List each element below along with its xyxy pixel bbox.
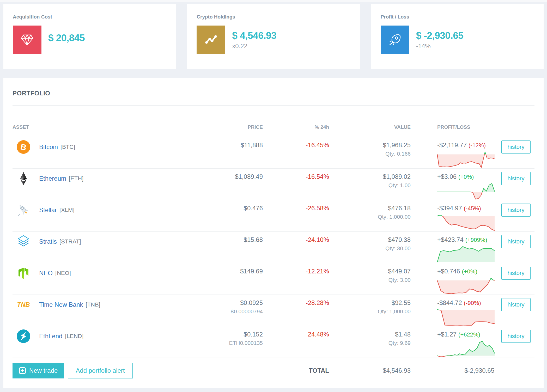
asset-quantity: Qty: 1,000.00 (329, 214, 411, 220)
card-subvalue: -14% (416, 42, 464, 50)
table-row: Stellar [XLM] $0.476 -26.58% $476.18 Qty… (13, 200, 534, 232)
profit-sparkline (437, 214, 495, 231)
summary-card: Crypto Holdings $ 4,546.93 x0.22 (187, 4, 360, 69)
profit-sparkline (437, 309, 495, 326)
asset-icon (17, 172, 30, 185)
new-trade-button[interactable]: + New trade (13, 363, 64, 378)
asset-value: $449.07 (329, 268, 411, 275)
asset-icon (17, 203, 30, 217)
portfolio-title: PORTFOLIO (13, 78, 534, 97)
asset-name-link[interactable]: Time New Bank (39, 301, 83, 308)
card-icon-tile (381, 26, 409, 54)
asset-value: $476.18 (329, 205, 411, 212)
asset-price-secondary (169, 245, 263, 248)
asset-price-secondary: ETH0.000135 (169, 340, 263, 346)
asset-profit-pct: (-45%) (464, 205, 481, 212)
column-header-pct24h: % 24h (263, 124, 329, 130)
asset-icon (17, 329, 30, 343)
add-portfolio-alert-button[interactable]: Add portfolio alert (68, 363, 132, 378)
top-strip (0, 0, 547, 2)
asset-price-secondary: ฿0.00000794 (169, 308, 263, 315)
asset-symbol: [TNB] (86, 301, 100, 308)
table-footer: + New trade Add portfolio alert TOTAL $4… (13, 358, 534, 383)
asset-price: $1,089.49 (169, 173, 263, 180)
tnb-icon: TNB (17, 298, 30, 311)
asset-profit: +$0.746 (437, 268, 460, 275)
asset-value: $1,968.25 (329, 142, 411, 149)
asset-profit-pct: (+0%) (458, 174, 474, 180)
asset-quantity: Qty: 1.00 (329, 182, 411, 188)
bitcoin-icon: B (17, 140, 30, 154)
table-row: EthLend [LEND] $0.152 ETH0.000135 -24.48… (13, 326, 534, 358)
asset-change-24h: -24.48% (263, 326, 329, 338)
total-profit: $-2,930.65 (411, 367, 498, 374)
history-button[interactable]: history (501, 172, 531, 185)
asset-profit: -$844.72 (437, 299, 462, 306)
asset-name-link[interactable]: Stellar (39, 206, 57, 214)
profit-sparkline (437, 277, 495, 295)
asset-change-24h: -16.45% (263, 137, 329, 149)
asset-icon (17, 235, 30, 248)
asset-symbol: [NEO] (55, 270, 71, 277)
trend-icon (204, 33, 218, 47)
history-button[interactable]: history (501, 140, 531, 154)
card-value: $ 20,845 (48, 33, 85, 44)
asset-change-24h: -24.10% (263, 232, 329, 243)
asset-price: $15.68 (169, 236, 263, 243)
profit-sparkline (437, 340, 495, 358)
history-button[interactable]: history (501, 267, 531, 280)
asset-profit: -$394.97 (437, 205, 462, 212)
asset-symbol: [ETH] (69, 175, 83, 182)
history-button[interactable]: history (501, 204, 531, 217)
asset-price-secondary (169, 182, 263, 185)
asset-quantity: Qty: 9.69 (329, 340, 411, 346)
table-row: Stratis [STRAT] $15.68 -24.10% $470.38 Q… (13, 232, 534, 263)
asset-profit: +$3.06 (437, 173, 457, 180)
asset-icon: B (17, 140, 30, 154)
asset-name-link[interactable]: Bitcoin (39, 143, 58, 151)
stratis-icon (17, 235, 30, 248)
card-subvalue: x0.22 (232, 42, 276, 50)
history-button[interactable]: history (501, 235, 531, 248)
history-button[interactable]: history (501, 330, 531, 343)
asset-price: $0.0925 (169, 299, 263, 307)
ethereum-icon (17, 172, 30, 185)
table-header: ASSET PRICE % 24h VALUE PROFIT/LOSS (13, 106, 534, 137)
profit-sparkline (437, 151, 495, 168)
asset-symbol: [STRAT] (59, 238, 81, 245)
card-subvalue (48, 45, 85, 47)
asset-icon (17, 266, 30, 280)
asset-profit: +$423.74 (437, 236, 464, 243)
card-icon-tile (197, 26, 225, 54)
asset-price-secondary (169, 151, 263, 153)
card-icon-tile (13, 26, 41, 54)
summary-cards: Acquisition Cost $ 20,845 Crypto Holding… (0, 2, 547, 69)
stellar-icon (17, 203, 30, 217)
asset-quantity: Qty: 30.00 (329, 245, 411, 252)
profit-sparkline (437, 246, 495, 263)
table-row: B Bitcoin [BTC] $11,888 -16.45% $1,968.2… (13, 137, 534, 169)
summary-card: Profit / Loss $ -2,930.65 -14% (371, 4, 544, 69)
asset-name-link[interactable]: Ethereum (39, 175, 66, 182)
profit-sparkline (437, 183, 495, 200)
asset-profit: +$1.27 (437, 331, 457, 338)
asset-symbol: [BTC] (60, 144, 75, 150)
asset-profit-pct: (+0%) (462, 268, 477, 275)
neo-icon (17, 266, 30, 280)
asset-price-secondary (169, 277, 263, 279)
asset-value: $1.48 (329, 331, 411, 338)
asset-value: $92.55 (329, 299, 411, 307)
portfolio-table: ASSET PRICE % 24h VALUE PROFIT/LOSS B Bi… (13, 105, 534, 383)
column-header-asset: ASSET (13, 124, 169, 130)
asset-name-link[interactable]: NEO (39, 270, 53, 277)
asset-change-24h: -26.58% (263, 200, 329, 212)
column-header-value: VALUE (329, 124, 411, 130)
column-header-price: PRICE (169, 124, 263, 130)
asset-name-link[interactable]: Stratis (39, 238, 57, 245)
history-button[interactable]: history (501, 298, 531, 311)
diamond-icon (20, 33, 34, 47)
asset-name-link[interactable]: EthLend (39, 333, 62, 340)
asset-profit: -$2,119.77 (437, 142, 467, 149)
card-value: $ 4,546.93 (232, 30, 276, 41)
portfolio-panel: PORTFOLIO ASSET PRICE % 24h VALUE PROFIT… (3, 78, 544, 388)
